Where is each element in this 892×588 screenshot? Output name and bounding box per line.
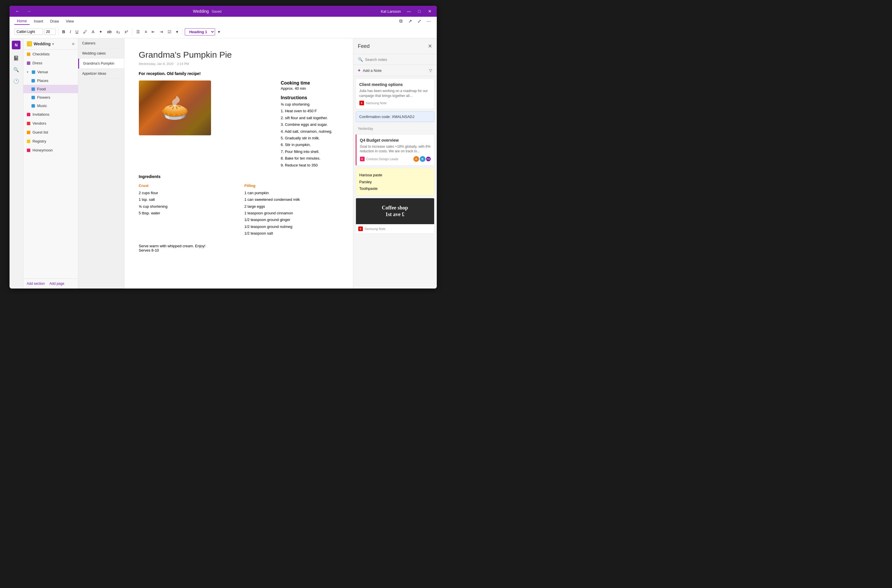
ingredients-columns: Crust 2 cups flour 1 tsp. salt ¾ cup sho… (139, 183, 339, 237)
chevron-down-icon: ▾ (27, 70, 28, 74)
style-dropdown[interactable]: ▾ (216, 28, 222, 35)
copy-icon[interactable]: ⧉ (398, 18, 404, 24)
samsung-note-icon: S (359, 101, 364, 105)
section-dot (27, 140, 30, 143)
menu-draw[interactable]: Draw (47, 18, 62, 24)
filter-icon[interactable]: ▽ (429, 68, 432, 73)
section-registry[interactable]: Registry (23, 137, 78, 146)
section-dot (27, 52, 30, 56)
feed-add-note[interactable]: + Add a Note ▽ (353, 65, 437, 76)
underline-button[interactable]: U (74, 28, 80, 35)
feed-item-confirmation[interactable]: Confirmation code: XMALNSADJ (356, 111, 434, 122)
superscript-button[interactable]: x² (123, 28, 130, 35)
add-section-button[interactable]: Add section (27, 282, 45, 286)
close-button[interactable]: ✕ (426, 8, 433, 15)
section-food[interactable]: Food (23, 85, 78, 93)
section-dot (32, 70, 35, 74)
avatar-1: A (413, 156, 419, 162)
add-page-button[interactable]: Add page (50, 282, 64, 286)
section-vendors[interactable]: Vendors (23, 119, 78, 128)
sidebar-icons: N 📓 🔍 🕐 (9, 38, 23, 288)
feed-item-coffee-shop[interactable]: Coffee shop1st ave £ S Samsung Note (356, 198, 434, 234)
back-button[interactable]: ← (13, 8, 22, 15)
notebook-icon: 📒 (27, 41, 32, 46)
note-title: Grandma's Pumpkin Pie (139, 50, 339, 60)
section-dress[interactable]: Dress (23, 58, 78, 68)
section-honeymoon[interactable]: Honeymoon (23, 146, 78, 154)
feed-search-bar[interactable]: 🔍 (353, 54, 437, 65)
bold-button[interactable]: B (61, 28, 67, 35)
ingredients-label: Ingredients (139, 174, 339, 179)
highlight-button[interactable]: 🖊 (81, 28, 89, 35)
search-icon-btn[interactable]: 🔍 (11, 64, 21, 75)
filling-list: 1 can pumpkin 1 can sweetened condensed … (245, 189, 339, 237)
section-dot (27, 113, 30, 116)
note-closing: Serve warm with whipped cream. Enjoy! Se… (139, 244, 339, 252)
section-checklists[interactable]: Checklists (23, 50, 78, 58)
subscript-button[interactable]: x₂ (115, 28, 122, 35)
strikethrough-button[interactable]: ab (105, 28, 113, 35)
notebook-title-button[interactable]: 📒 Wedding ▾ (27, 41, 54, 46)
note-meta: Wednesday, Jan 8, 2020 2:14 PM (139, 62, 339, 66)
filling-column: Filling 1 can pumpkin 1 can sweetened co… (245, 183, 339, 237)
section-dot (32, 96, 35, 99)
page-wedding-cakes[interactable]: Wedding cakes (78, 48, 124, 58)
section-guest-list[interactable]: Guest list (23, 128, 78, 137)
menu-view[interactable]: View (63, 18, 77, 24)
outdent-button[interactable]: ⇤ (150, 28, 157, 35)
sort-button[interactable]: ≡ (72, 42, 74, 46)
section-invitations[interactable]: Invitations (23, 110, 78, 119)
notebook-icon-btn[interactable]: 📓 (11, 53, 21, 63)
feed-item-client-meeting[interactable]: Client meeting options Julia has been wo… (356, 78, 434, 109)
note-main-block: Cooking time Approx. 40 min Instructions… (139, 81, 339, 168)
checkbox-button[interactable]: ☑ (166, 28, 173, 35)
notebook-sidebar: 📒 Wedding ▾ ≡ Checklists Dress ▾ (23, 38, 78, 288)
section-music[interactable]: Music (23, 102, 78, 110)
font-color-button[interactable]: A (90, 28, 96, 35)
menu-home[interactable]: Home (14, 18, 30, 25)
user-name: Kat Larsson (381, 9, 401, 14)
section-dot (27, 62, 30, 65)
note-content[interactable]: Grandma's Pumpkin Pie Wednesday, Jan 8, … (125, 38, 353, 288)
font-name-input[interactable] (14, 28, 43, 35)
eraser-button[interactable]: ✦ (97, 28, 104, 35)
recent-icon-btn[interactable]: 🕐 (11, 76, 21, 86)
maximize-button[interactable]: □ (416, 8, 423, 15)
page-caterers[interactable]: Caterers (78, 38, 124, 48)
note-subtitle: For reception. Old family recipe! (139, 71, 339, 76)
feed-day-label-yesterday: Yesterday (353, 124, 437, 132)
more-icon[interactable]: ⋯ (425, 18, 432, 24)
numbered-list-button[interactable]: ≡ (143, 28, 149, 35)
window-controls: — □ ✕ (405, 8, 433, 15)
forward-button[interactable]: → (24, 8, 34, 15)
section-places[interactable]: Places (23, 76, 78, 85)
section-flowers[interactable]: Flowers (23, 93, 78, 102)
feed-panel: Feed ✕ 🔍 + Add a Note ▽ Client meeting o… (353, 38, 437, 288)
filling-label: Filling (245, 183, 339, 188)
share-icon[interactable]: ↗ (407, 18, 414, 24)
style-select[interactable]: Heading 1 (185, 28, 215, 36)
titlebar-center: Wedding Saved (34, 9, 381, 14)
expand-icon[interactable]: ⤢ (416, 18, 423, 24)
coffee-shop-image: Coffee shop1st ave £ (356, 198, 434, 224)
minimize-button[interactable]: — (405, 8, 413, 15)
font-size-input[interactable] (44, 28, 56, 35)
bullet-list-button[interactable]: ☰ (135, 28, 142, 35)
section-venue[interactable]: ▾ Venue (23, 68, 78, 76)
feed-search-input[interactable] (365, 57, 432, 62)
page-appetizer-ideas[interactable]: Appetizer Ideas (78, 69, 124, 79)
instructions-label: Instructions (281, 95, 339, 100)
feed-item-grocery[interactable]: Harissa paste Parsley Toothpaste (356, 168, 434, 196)
dropdown-arrow[interactable]: ▾ (174, 28, 180, 35)
add-note-label: Add a Note (363, 68, 429, 73)
save-status: Saved (212, 9, 221, 14)
feed-item-q4-budget[interactable]: Q4 Budget overview Goal to increase sale… (356, 134, 434, 166)
section-dot (32, 87, 35, 91)
page-grandmas-pumpkin[interactable]: Grandma's Pumpkin (78, 58, 124, 69)
italic-button[interactable]: I (68, 28, 73, 35)
menu-insert[interactable]: Insert (31, 18, 46, 24)
indent-button[interactable]: ⇥ (158, 28, 165, 35)
feed-close-button[interactable]: ✕ (428, 43, 432, 50)
section-dot (27, 148, 30, 152)
grocery-list: Harissa paste Parsley Toothpaste (359, 172, 431, 192)
